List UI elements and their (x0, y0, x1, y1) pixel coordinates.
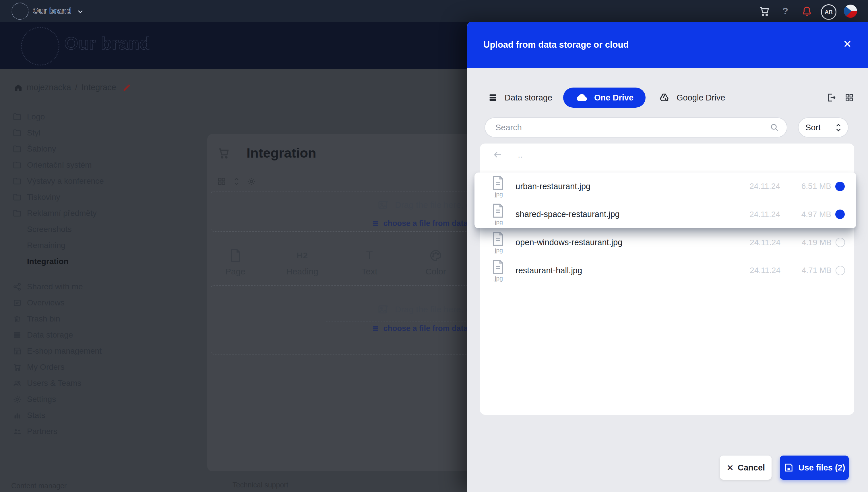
use-files-button[interactable]: Use files (2) (780, 456, 849, 479)
sidebar-label: Remaining (27, 241, 66, 250)
sort-chevrons-icon (836, 124, 841, 131)
tab-data-storage[interactable]: Data storage (488, 93, 552, 102)
parent-folder-label: .. (518, 150, 523, 159)
sidebar-item-my-orders[interactable]: My Orders (0, 359, 135, 375)
file-ext-label: .jpg (493, 191, 503, 198)
trash-icon (13, 314, 22, 323)
sidebar-item-data-storage[interactable]: Data storage (0, 327, 135, 343)
sidebar-item-shared-with-me[interactable]: Shared with me (0, 279, 135, 295)
folder-icon (13, 144, 22, 153)
sidebar-label: Overviews (27, 298, 65, 308)
breadcrumb-current[interactable]: Integrace (81, 83, 116, 92)
dragged-selection-card[interactable]: .jpg urban-restaurant.jpg 24.11.24 6.51 … (474, 173, 856, 228)
file-row[interactable]: .jpg restaurant-hall.jpg 24.11.24 4.71 M… (480, 256, 854, 284)
tab-label: Google Drive (676, 93, 725, 102)
cart-icon[interactable] (758, 0, 770, 22)
sidebar-item-vystavy[interactable]: Výstavy a konference (0, 173, 135, 189)
file-radio[interactable] (835, 182, 845, 191)
search-input[interactable] (495, 123, 770, 132)
folder-icon (13, 112, 22, 121)
heading-h2-icon: H2 (279, 248, 325, 263)
help-icon[interactable]: ? (783, 0, 788, 22)
element-heading[interactable]: H2 Heading (279, 248, 325, 276)
element-label: Page (213, 267, 258, 276)
file-radio[interactable] (836, 238, 845, 247)
gear-icon (13, 395, 22, 404)
modal-header: Upload from data storage or cloud ✕ (467, 22, 868, 68)
tab-one-drive[interactable]: One Drive (563, 88, 646, 108)
search-icon[interactable] (770, 123, 779, 132)
sidebar-item-overviews[interactable]: Overviews (0, 295, 135, 311)
grid-view-icon[interactable] (844, 93, 854, 102)
sidebar-item-users-teams[interactable]: Users & Teams (0, 375, 135, 391)
section-toolbar (217, 176, 256, 186)
gear-icon[interactable] (247, 176, 256, 186)
watermark-brand-text: Our brand (64, 33, 150, 53)
element-page[interactable]: Page (213, 248, 258, 276)
sidebar-item-partners[interactable]: Partners (0, 423, 135, 440)
partners-icon (13, 427, 22, 436)
breadcrumb-root[interactable]: mojeznacka (27, 83, 71, 92)
source-tabs: Data storage One Drive Google Drive (488, 88, 854, 108)
breadcrumb: mojeznacka / Integrace (14, 83, 131, 92)
brand-logo-icon[interactable] (11, 3, 29, 20)
shop-icon (13, 346, 22, 355)
technical-support-label[interactable]: Technical support (232, 481, 289, 489)
file-date: 24.11.24 (735, 266, 780, 275)
element-label: Heading (279, 267, 325, 276)
edit-pencil-icon[interactable] (123, 83, 131, 92)
sidebar-item-stats[interactable]: Stats (0, 407, 135, 423)
element-color[interactable]: Color (413, 248, 459, 276)
file-size: 4.71 MB (789, 266, 832, 275)
sidebar-item-reklamni-predmety[interactable]: Reklamní předměty (0, 205, 135, 221)
arrow-left-icon (493, 150, 503, 160)
sort-order-icon[interactable] (233, 176, 240, 186)
content-manager-label[interactable]: Content manager (11, 482, 67, 490)
close-icon[interactable]: ✕ (839, 36, 855, 52)
element-label: Text (346, 267, 392, 276)
sidebar-label: Reklamní předměty (27, 209, 97, 218)
file-row[interactable]: .jpg open-windows-restaurant.jpg 24.11.2… (480, 229, 854, 256)
export-icon[interactable] (826, 93, 837, 103)
file-radio[interactable] (836, 266, 845, 275)
upload-modal: Upload from data storage or cloud ✕ Data… (467, 22, 868, 492)
sidebar-item-styl[interactable]: Styl (0, 125, 135, 141)
file-row[interactable]: .jpg shared-space-restaurant.jpg 24.11.2… (474, 200, 856, 228)
file-name: open-windows-restaurant.jpg (516, 238, 735, 247)
sidebar-label: Stats (27, 411, 45, 420)
sidebar-item-eshop-management[interactable]: E-shop management (0, 343, 135, 359)
sort-dropdown[interactable]: Sort (798, 117, 848, 138)
chevron-down-icon[interactable] (76, 7, 84, 16)
notification-bell-icon[interactable] (801, 0, 813, 22)
tab-google-drive[interactable]: Google Drive (659, 92, 725, 103)
file-size: 6.51 MB (788, 182, 831, 191)
sidebar-item-settings[interactable]: Settings (0, 391, 135, 407)
element-text[interactable]: T Text (346, 248, 392, 276)
grid-view-icon[interactable] (217, 176, 226, 186)
file-name: restaurant-hall.jpg (516, 266, 735, 275)
file-radio[interactable] (835, 210, 845, 219)
file-type-icon: .jpg (491, 175, 505, 198)
cancel-button[interactable]: ✕ Cancel (720, 456, 772, 479)
sidebar-item-screenshots[interactable]: Screenshots (0, 221, 135, 238)
sidebar-item-trash-bin[interactable]: Trash bin (0, 311, 135, 327)
brand-name[interactable]: Our brand (33, 0, 72, 22)
sidebar-item-orientacni-system[interactable]: Orientační systém (0, 157, 135, 173)
go-up-row[interactable]: .. (480, 144, 854, 166)
sidebar-label: Logo (27, 112, 45, 121)
home-icon[interactable] (14, 83, 23, 92)
folder-icon (13, 209, 22, 218)
czech-flag-icon[interactable] (844, 5, 857, 18)
tab-label: Data storage (504, 93, 552, 102)
file-type-icon: .jpg (491, 203, 505, 226)
use-files-label: Use files (2) (798, 463, 845, 472)
sidebar-item-logo[interactable]: Logo (0, 109, 135, 125)
file-name: shared-space-restaurant.jpg (516, 210, 734, 219)
sidebar-item-sablony[interactable]: Šablony (0, 141, 135, 157)
avatar[interactable]: AR (821, 4, 837, 20)
sidebar-item-remaining[interactable]: Remaining (0, 238, 135, 253)
sidebar-item-tiskoviny[interactable]: Tiskoviny (0, 189, 135, 205)
file-row[interactable]: .jpg urban-restaurant.jpg 24.11.24 6.51 … (474, 173, 856, 200)
sidebar-item-integration[interactable]: Integration (0, 253, 135, 270)
save-icon (784, 463, 794, 473)
